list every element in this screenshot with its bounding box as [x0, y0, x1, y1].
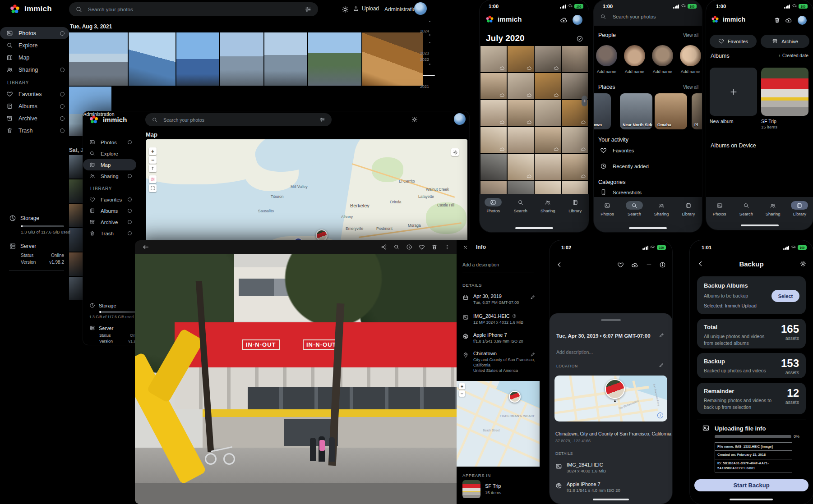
- nav-library[interactable]: Library: [564, 198, 587, 213]
- home-indicator[interactable]: [515, 227, 553, 229]
- map-settings-gear-icon[interactable]: [451, 148, 459, 156]
- favorite-heart-icon[interactable]: [419, 244, 425, 250]
- back-chevron-icon[interactable]: [556, 261, 563, 268]
- sidebar-item-trash[interactable]: Trash: [0, 124, 69, 137]
- archive-button[interactable]: Archive: [761, 35, 809, 48]
- photo-thumbnail[interactable]: [480, 154, 507, 180]
- nav-photos[interactable]: Photos: [596, 201, 619, 216]
- filter-sliders-icon[interactable]: [319, 117, 325, 123]
- map-photo-marker[interactable]: [509, 391, 521, 403]
- home-indicator[interactable]: [730, 499, 773, 500]
- nav-photos[interactable]: Photos: [708, 201, 731, 216]
- photo-thumbnail[interactable]: [535, 73, 561, 99]
- edit-location-pencil-icon[interactable]: [530, 352, 536, 357]
- photo-thumbnail[interactable]: [69, 228, 83, 252]
- sidebar-item-explore[interactable]: Explore: [83, 148, 136, 159]
- place-card[interactable]: Chinatown: [594, 93, 611, 129]
- map-heatmap-button[interactable]: [149, 175, 157, 183]
- sidebar-item-sharing[interactable]: Sharing: [83, 170, 136, 182]
- person-item[interactable]: Add name: [624, 45, 645, 74]
- new-album-card[interactable]: [710, 68, 757, 116]
- select-button[interactable]: Select: [771, 290, 799, 302]
- photo-thumbnail[interactable]: [508, 154, 534, 180]
- search-input[interactable]: Search your photos: [600, 14, 656, 20]
- map-zoom-in-button[interactable]: +: [149, 147, 157, 155]
- map-zoom-out-button[interactable]: −: [459, 390, 465, 397]
- home-indicator[interactable]: [741, 225, 779, 226]
- nav-search[interactable]: Search: [623, 201, 646, 216]
- favorite-heart-icon[interactable]: [617, 261, 624, 268]
- album-link-sf-trip[interactable]: SF Trip 15 items: [462, 480, 501, 498]
- nav-search[interactable]: Search: [509, 198, 532, 213]
- sidebar-item-sharing[interactable]: Sharing: [0, 64, 69, 76]
- photo-thumbnail[interactable]: [508, 181, 534, 194]
- administration-link[interactable]: Administration: [83, 111, 115, 117]
- photo-thumbnail[interactable]: [69, 252, 83, 276]
- recently-added-row[interactable]: Recently added: [600, 163, 649, 170]
- home-indicator[interactable]: [593, 499, 629, 500]
- nav-sharing[interactable]: Sharing: [761, 201, 785, 216]
- map-zoom-out-button[interactable]: −: [149, 156, 157, 164]
- description-input[interactable]: Add description...: [556, 349, 593, 355]
- immich-logo[interactable]: immich: [9, 3, 52, 15]
- people-view-all-link[interactable]: View all: [683, 33, 698, 38]
- sidebar-item-favorites[interactable]: Favorites: [0, 88, 69, 100]
- share-icon[interactable]: [381, 244, 387, 250]
- nav-library[interactable]: Library: [677, 201, 700, 216]
- map-compass-button[interactable]: [149, 165, 157, 172]
- photo-thumbnail[interactable]: [480, 46, 507, 72]
- photo-thumbnail[interactable]: [535, 127, 561, 153]
- location-map[interactable]: The Embarcadero San Francisco Ferry i: [554, 376, 667, 422]
- photo-thumbnail[interactable]: [535, 46, 561, 72]
- sidebar-item-map[interactable]: Map: [83, 159, 136, 170]
- photo-thumbnail[interactable]: [562, 127, 588, 153]
- back-arrow-icon[interactable]: [142, 243, 149, 251]
- scrubber-handle[interactable]: [423, 75, 435, 76]
- photo-thumbnail[interactable]: [129, 32, 176, 86]
- delete-trash-icon[interactable]: [431, 244, 438, 250]
- close-icon[interactable]: [462, 244, 468, 250]
- info-icon[interactable]: [406, 244, 412, 250]
- photo-thumbnail[interactable]: [308, 32, 361, 86]
- photo-thumbnail[interactable]: [562, 154, 588, 180]
- add-plus-icon[interactable]: [646, 261, 652, 268]
- places-view-all-link[interactable]: View all: [683, 85, 698, 90]
- photo-thumbnail[interactable]: [480, 73, 507, 99]
- photo-thumbnail[interactable]: [69, 32, 128, 86]
- cloud-sync-icon[interactable]: [560, 16, 568, 24]
- person-item[interactable]: Add name: [596, 45, 617, 74]
- person-item[interactable]: Add name: [652, 45, 673, 74]
- details-sheet[interactable]: Tue, Apr 30, 2019 • 6:07 PM GMT-07:00 Ad…: [550, 313, 672, 504]
- photo-thumbnail[interactable]: [362, 32, 423, 86]
- sidebar-item-albums[interactable]: Albums: [0, 100, 69, 112]
- photo-thumbnail[interactable]: [480, 127, 507, 153]
- photo-thumbnail[interactable]: [508, 46, 534, 72]
- sidebar-item-explore[interactable]: Explore: [0, 39, 69, 51]
- albums-sort-button[interactable]: ↑Created date: [778, 53, 808, 58]
- select-all-check-icon[interactable]: [576, 35, 583, 42]
- favorites-button[interactable]: Favorites: [710, 35, 757, 48]
- photo-thumbnail[interactable]: [264, 32, 307, 86]
- photo-thumbnail[interactable]: [535, 181, 561, 194]
- screenshots-row[interactable]: Screenshots: [600, 189, 642, 196]
- photo-thumbnail[interactable]: [480, 100, 507, 126]
- user-avatar[interactable]: [798, 16, 807, 25]
- scroll-thumb[interactable]: ⇕: [582, 96, 587, 106]
- trash-icon[interactable]: [774, 17, 781, 23]
- map-zoom-in-button[interactable]: +: [459, 383, 465, 389]
- edit-datetime-pencil-icon[interactable]: [659, 332, 665, 338]
- nav-search[interactable]: Search: [734, 201, 758, 216]
- photo-thumbnail[interactable]: [508, 73, 534, 99]
- edit-location-pencil-icon[interactable]: [659, 362, 665, 368]
- user-avatar[interactable]: [414, 2, 427, 15]
- theme-toggle-icon[interactable]: [342, 6, 349, 13]
- photo-thumbnail[interactable]: [535, 100, 561, 126]
- sidebar-item-photos[interactable]: Photos: [0, 27, 69, 39]
- info-icon[interactable]: [659, 261, 666, 268]
- sidebar-item-photos[interactable]: Photos: [83, 137, 136, 148]
- favorites-row[interactable]: Favorites: [600, 147, 634, 154]
- place-card[interactable]: Pl: [692, 93, 702, 129]
- place-card[interactable]: Omaha: [655, 93, 687, 129]
- upload-button[interactable]: Upload: [353, 5, 379, 12]
- album-card-sf-trip[interactable]: [761, 68, 808, 116]
